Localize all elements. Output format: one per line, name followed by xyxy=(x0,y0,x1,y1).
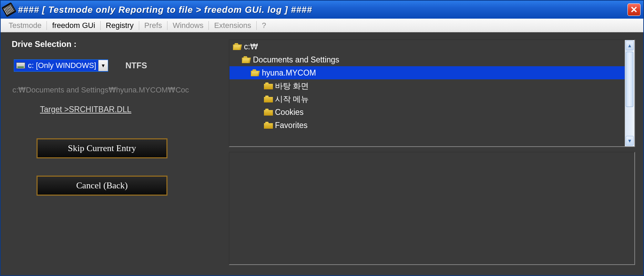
menu-separator xyxy=(167,21,167,30)
target-label: Target >SRCHITBAR.DLL xyxy=(9,105,223,114)
tree-item[interactable]: 시작 메뉴 xyxy=(229,92,625,106)
menu-item-registry[interactable]: Registry xyxy=(101,19,138,32)
detail-pane xyxy=(229,152,635,265)
menu-item-prefs[interactable]: Prefs xyxy=(140,19,166,32)
close-icon: ✕ xyxy=(630,4,638,15)
folder-closed-icon xyxy=(264,96,273,102)
drive-select-value: c: [Only WINDOWS] xyxy=(14,60,98,71)
tree-item-label: Favorites xyxy=(275,121,308,130)
drive-selection-label: Drive Selection : xyxy=(9,39,223,49)
menu-item-windows[interactable]: Windows xyxy=(168,19,208,32)
folder-open-icon xyxy=(242,56,251,63)
drive-select-text: c: [Only WINDOWS] xyxy=(28,61,96,70)
folder-closed-icon xyxy=(264,122,273,129)
tree-item[interactable]: Documents and Settings xyxy=(229,53,625,66)
menu-item-extensions[interactable]: Extensions xyxy=(209,19,256,32)
menu-separator xyxy=(139,21,139,30)
drive-row: c: [Only WINDOWS] ▼ NTFS xyxy=(9,59,223,72)
content-area: Drive Selection : c: [Only WINDOWS] ▼ NT… xyxy=(1,32,643,275)
menu-item-freedom-gui[interactable]: freedom GUi xyxy=(48,19,100,32)
app-window: #### [ Testmode only Reporting to file >… xyxy=(0,0,644,276)
right-panel: c:₩Documents and Settingshyuna.MYCOM바탕 화… xyxy=(229,39,635,265)
skip-current-entry-button[interactable]: Skip Current Entry xyxy=(37,138,167,158)
scroll-thumb[interactable] xyxy=(626,52,633,107)
titlebar[interactable]: #### [ Testmode only Reporting to file >… xyxy=(1,1,643,19)
tree-item[interactable]: Cookies xyxy=(229,106,625,119)
tree-item[interactable]: hyuna.MYCOM xyxy=(229,66,625,79)
tree-item-label: 바탕 화면 xyxy=(275,81,309,91)
current-path: c:₩Documents and Settings₩hyuna.MYCOM₩Co… xyxy=(9,86,223,95)
tree-scrollbar[interactable]: ▲ ▼ xyxy=(625,40,634,146)
tree-content[interactable]: c:₩Documents and Settingshyuna.MYCOM바탕 화… xyxy=(229,40,625,146)
tree-item-label: 시작 메뉴 xyxy=(275,94,309,105)
menu-item-testmode[interactable]: Testmode xyxy=(4,19,46,32)
menu-separator xyxy=(208,21,209,30)
menu-separator xyxy=(256,21,257,30)
cancel-back-button[interactable]: Cancel (Back) xyxy=(37,176,167,196)
scroll-down-icon[interactable]: ▼ xyxy=(626,136,634,146)
filesystem-label: NTFS xyxy=(125,61,147,70)
window-title: #### [ Testmode only Reporting to file >… xyxy=(18,4,312,15)
menu-separator xyxy=(47,21,47,30)
app-icon xyxy=(1,2,17,17)
tree-item-label: Cookies xyxy=(275,108,304,117)
folder-closed-icon xyxy=(264,109,273,116)
folder-closed-icon xyxy=(264,82,273,89)
tree-item[interactable]: 바탕 화면 xyxy=(229,79,625,92)
folder-tree: c:₩Documents and Settingshyuna.MYCOM바탕 화… xyxy=(229,39,635,147)
menu-item--[interactable]: ? xyxy=(257,19,270,32)
tree-item-label: hyuna.MYCOM xyxy=(262,68,316,78)
drive-select[interactable]: c: [Only WINDOWS] ▼ xyxy=(14,59,108,72)
folder-open-icon xyxy=(251,69,260,76)
scroll-up-icon[interactable]: ▲ xyxy=(626,41,634,50)
menu-separator xyxy=(100,21,101,30)
close-button[interactable]: ✕ xyxy=(627,3,641,16)
dropdown-arrow-icon[interactable]: ▼ xyxy=(98,60,108,71)
left-panel: Drive Selection : c: [Only WINDOWS] ▼ NT… xyxy=(9,39,223,265)
menubar: Testmodefreedom GUiRegistryPrefsWindowsE… xyxy=(1,19,643,32)
folder-open-icon xyxy=(233,43,242,50)
tree-item[interactable]: Favorites xyxy=(229,119,625,132)
tree-item-label: c:₩ xyxy=(244,42,258,51)
tree-item[interactable]: c:₩ xyxy=(229,40,625,53)
tree-item-label: Documents and Settings xyxy=(253,55,339,65)
drive-icon xyxy=(16,62,25,69)
